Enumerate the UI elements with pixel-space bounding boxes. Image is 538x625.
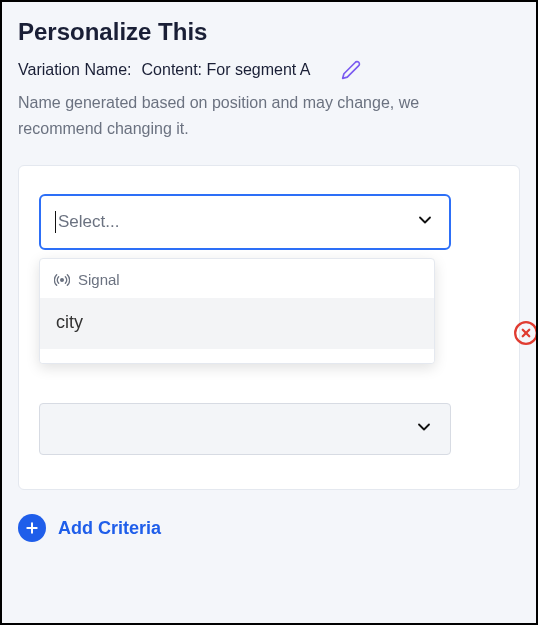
variation-name-row: Variation Name: Content: For segment A (18, 60, 520, 80)
dropdown-option-city[interactable]: city (40, 298, 434, 349)
criteria-select-placeholder: Select... (58, 212, 119, 232)
remove-criteria-button[interactable] (511, 318, 538, 348)
variation-name-value: Content: For segment A (142, 61, 311, 79)
add-criteria-button[interactable]: Add Criteria (18, 514, 520, 542)
criteria-select[interactable]: Select... (39, 194, 451, 250)
variation-name-label: Variation Name: (18, 61, 132, 79)
value-select[interactable] (39, 403, 451, 455)
criteria-dropdown: Signal city (39, 258, 435, 364)
criteria-card: Select... Select a criteria (18, 165, 520, 490)
chevron-down-icon (415, 210, 435, 234)
close-circle-icon (513, 320, 538, 346)
svg-point-0 (61, 278, 64, 281)
dropdown-group-label: Signal (78, 271, 120, 288)
dropdown-group-header: Signal (40, 259, 434, 298)
helper-text: Name generated based on position and may… (18, 90, 478, 141)
add-criteria-label: Add Criteria (58, 518, 161, 539)
dropdown-spacer (40, 349, 434, 363)
chevron-down-icon (414, 417, 434, 441)
text-cursor (55, 211, 56, 233)
signal-icon (54, 272, 70, 288)
edit-variation-button[interactable] (341, 60, 361, 80)
page-title: Personalize This (18, 18, 520, 46)
plus-circle-icon (18, 514, 46, 542)
pencil-icon (341, 60, 361, 80)
